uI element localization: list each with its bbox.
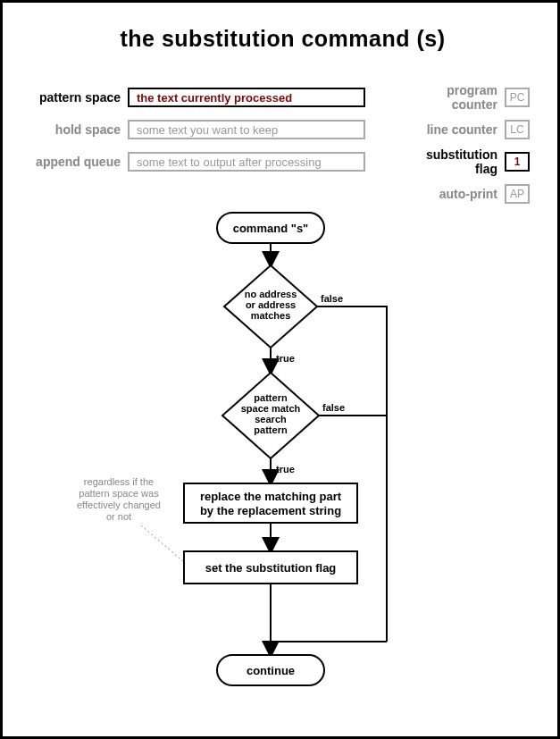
text-dec1-l1: no address [245,289,297,299]
note-line3: effectively changed [77,500,161,510]
field-hold-space: some text you want to keep [128,120,365,139]
text-dec1-l3: matches [251,310,291,321]
label-program-counter: program counter [405,83,505,112]
badge-substitution-flag: 1 [505,152,530,172]
text-dec2-l1: pattern [254,392,288,403]
row-pattern-space: pattern space the text currently process… [28,85,365,110]
label-auto-print: auto-print [405,187,505,201]
label-dec1-true: true [276,353,295,364]
label-dec1-false: false [321,293,343,304]
note-line2: pattern space was [79,488,159,499]
text-start: command "s" [233,222,309,235]
badge-program-counter: PC [505,88,530,107]
row-hold-space: hold space some text you want to keep [28,117,365,142]
row-append-queue: append queue some text to output after p… [28,149,365,174]
label-dec2-true: true [276,464,295,474]
row-line-counter: line counter LC [405,117,530,142]
page-title: the substitution command (s) [3,26,560,52]
label-substitution-flag: substitution flag [405,147,505,176]
badge-line-counter: LC [505,120,530,139]
label-hold-space: hold space [28,122,128,137]
row-substitution-flag: substitution flag 1 [405,149,530,174]
text-box1-l1: replace the matching part [200,490,342,503]
note-leader [141,525,184,562]
label-append-queue: append queue [28,155,128,169]
note-line4: or not [106,511,131,522]
text-dec2-l2: space match [241,403,301,414]
field-pattern-space: the text currently processed [128,88,365,107]
text-end: continue [247,664,295,677]
edge-dec1-false [317,307,387,642]
flowchart-svg: command "s" no address or address matche… [3,208,560,718]
label-line-counter: line counter [405,122,505,137]
row-auto-print: auto-print AP [405,181,530,206]
badge-auto-print: AP [505,184,530,204]
text-dec1-l2: or address [246,299,296,310]
label-dec2-false: false [322,402,345,413]
field-append-queue: some text to output after processing [128,152,365,172]
text-dec2-l3: search [255,414,287,424]
note-line1: regardless if the [84,476,154,487]
text-box2: set the substitution flag [205,561,337,575]
flowchart: command "s" no address or address matche… [3,208,560,718]
text-dec2-l4: pattern [254,424,288,435]
row-program-counter: program counter PC [405,85,530,110]
diagram-page: the substitution command (s) pattern spa… [0,0,560,739]
text-box1-l2: by the replacement string [200,504,341,517]
label-pattern-space: pattern space [28,90,128,105]
